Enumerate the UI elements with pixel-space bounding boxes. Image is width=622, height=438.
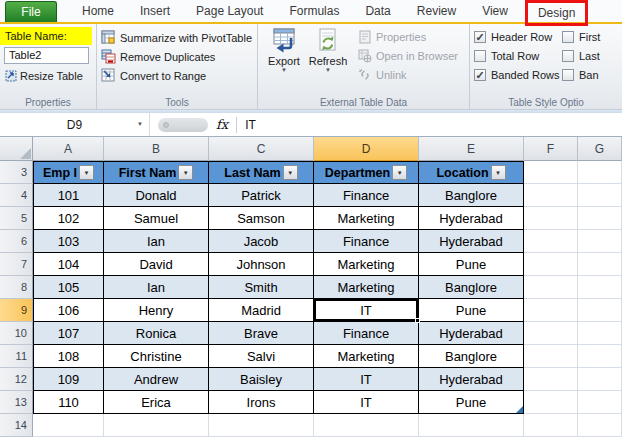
cell-a12[interactable]: 109 (33, 368, 104, 391)
cell-b14[interactable] (104, 414, 209, 437)
cell-c12[interactable]: Baisley (209, 368, 314, 391)
tab-insert[interactable]: Insert (127, 0, 183, 22)
cell-c5[interactable]: Samson (209, 207, 314, 230)
cell-a9[interactable]: 106 (33, 299, 104, 322)
cell-d12[interactable]: IT (314, 368, 419, 391)
cell-e7[interactable]: Pune (419, 253, 524, 276)
row-header-11[interactable]: 11 (0, 345, 33, 368)
tab-review[interactable]: Review (404, 0, 469, 22)
cell-c9[interactable]: Madrid (209, 299, 314, 322)
tab-file[interactable]: File (5, 1, 57, 22)
checkbox-header-row[interactable]: ✓ Header Row (474, 30, 562, 44)
cell-a14[interactable] (33, 414, 104, 437)
fill-handle[interactable] (415, 318, 420, 323)
row-header-4[interactable]: 4 (0, 184, 33, 207)
cell-c8[interactable]: Smith (209, 276, 314, 299)
cell-b5[interactable]: Samuel (104, 207, 209, 230)
filter-button-c[interactable]: ▼ (283, 165, 298, 180)
cell-g12[interactable] (578, 368, 622, 391)
export-dropdown-icon[interactable]: ▼ (281, 68, 287, 73)
formula-input[interactable]: IT (245, 118, 256, 132)
tab-page-layout[interactable]: Page Layout (183, 0, 276, 22)
cell-g7[interactable] (578, 253, 622, 276)
cell-a5[interactable]: 102 (33, 207, 104, 230)
cell-f4[interactable] (524, 184, 578, 207)
cell-g8[interactable] (578, 276, 622, 299)
cell-f6[interactable] (524, 230, 578, 253)
cell-a11[interactable]: 108 (33, 345, 104, 368)
cell-b7[interactable]: David (104, 253, 209, 276)
resize-table-button[interactable]: Resize Table (4, 69, 92, 82)
cell-d7[interactable]: Marketing (314, 253, 419, 276)
cell-c4[interactable]: Patrick (209, 184, 314, 207)
cell-a7[interactable]: 104 (33, 253, 104, 276)
cell-f7[interactable] (524, 253, 578, 276)
checkbox-banded-rows[interactable]: ✓ Banded Rows (474, 68, 562, 82)
cell-b11[interactable]: Christine (104, 345, 209, 368)
select-all-corner[interactable] (0, 137, 33, 161)
cell-e6[interactable]: Hyderabad (419, 230, 524, 253)
table-resize-handle[interactable] (516, 406, 523, 413)
cell-f12[interactable] (524, 368, 578, 391)
row-header-3[interactable]: 3 (0, 161, 33, 184)
cell-d11[interactable]: Marketing (314, 345, 419, 368)
refresh-button[interactable]: Refresh ▼ (306, 27, 350, 73)
refresh-dropdown-icon[interactable]: ▼ (325, 68, 331, 73)
filter-button-e[interactable]: ▼ (491, 165, 506, 180)
cell-f14[interactable] (524, 414, 578, 437)
cell-d3[interactable]: Departmen▼ (314, 161, 419, 184)
cell-b12[interactable]: Andrew (104, 368, 209, 391)
cell-a4[interactable]: 101 (33, 184, 104, 207)
cell-b8[interactable]: Ian (104, 276, 209, 299)
cell-f13[interactable] (524, 391, 578, 414)
column-header-c[interactable]: C (209, 137, 314, 161)
checkbox-first-column[interactable]: First (562, 30, 600, 44)
row-header-8[interactable]: 8 (0, 276, 33, 299)
cell-c7[interactable]: Johnson (209, 253, 314, 276)
cell-e13[interactable]: Pune (419, 391, 524, 414)
cell-d9[interactable]: IT (314, 299, 419, 322)
filter-button-b[interactable]: ▼ (178, 165, 193, 180)
filter-button-a[interactable]: ▼ (79, 165, 94, 180)
tab-data[interactable]: Data (352, 0, 403, 22)
checkbox-last-column[interactable]: Last (562, 49, 600, 63)
cell-b10[interactable]: Ronica (104, 322, 209, 345)
cell-a3[interactable]: Emp I▼ (33, 161, 104, 184)
cell-c11[interactable]: Salvi (209, 345, 314, 368)
row-header-5[interactable]: 5 (0, 207, 33, 230)
cell-e10[interactable]: Hyderabad (419, 322, 524, 345)
name-box[interactable]: D9 ▼ (0, 113, 150, 136)
cell-f11[interactable] (524, 345, 578, 368)
cell-e9[interactable]: Pune (419, 299, 524, 322)
cell-c14[interactable] (209, 414, 314, 437)
row-header-10[interactable]: 10 (0, 322, 33, 345)
cell-g4[interactable] (578, 184, 622, 207)
cell-d14[interactable] (314, 414, 419, 437)
cell-f5[interactable] (524, 207, 578, 230)
column-header-a[interactable]: A (33, 137, 104, 161)
cell-b4[interactable]: Donald (104, 184, 209, 207)
cell-e11[interactable]: Banglore (419, 345, 524, 368)
cell-d10[interactable]: Finance (314, 322, 419, 345)
cell-e8[interactable]: Banglore (419, 276, 524, 299)
column-header-b[interactable]: B (104, 137, 209, 161)
cell-a10[interactable]: 107 (33, 322, 104, 345)
cell-f10[interactable] (524, 322, 578, 345)
cell-c13[interactable]: Irons (209, 391, 314, 414)
row-header-13[interactable]: 13 (0, 391, 33, 414)
cell-g10[interactable] (578, 322, 622, 345)
cell-e5[interactable]: Hyderabad (419, 207, 524, 230)
cell-d8[interactable]: Marketing (314, 276, 419, 299)
cell-g5[interactable] (578, 207, 622, 230)
cell-a6[interactable]: 103 (33, 230, 104, 253)
cell-d5[interactable]: Marketing (314, 207, 419, 230)
cell-g13[interactable] (578, 391, 622, 414)
tab-formulas[interactable]: Formulas (276, 0, 352, 22)
column-header-f[interactable]: F (524, 137, 578, 161)
row-header-9[interactable]: 9 (0, 299, 33, 322)
cell-c6[interactable]: Jacob (209, 230, 314, 253)
cell-b9[interactable]: Henry (104, 299, 209, 322)
cell-e12[interactable]: Hyderabad (419, 368, 524, 391)
tab-design[interactable]: Design (525, 0, 588, 26)
cell-b3[interactable]: First Nam▼ (104, 161, 209, 184)
